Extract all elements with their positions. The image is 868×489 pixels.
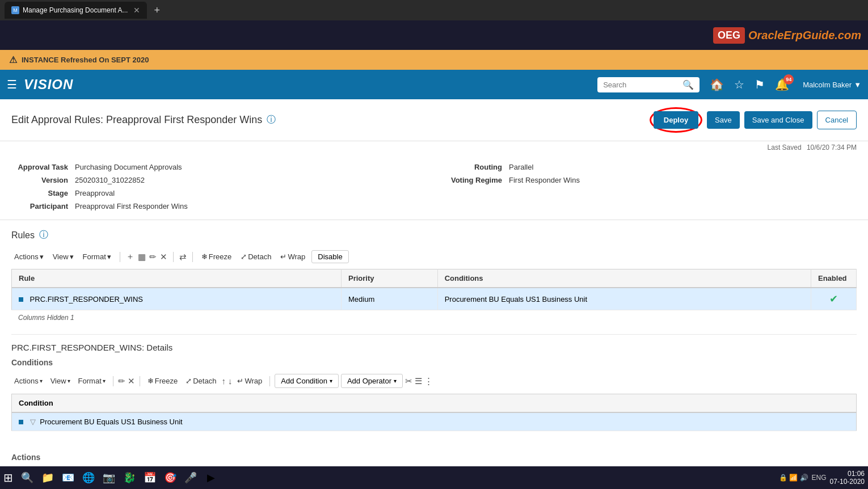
home-icon[interactable]: 🏠 xyxy=(710,78,724,91)
cond-view-btn[interactable]: View ▾ xyxy=(48,375,73,387)
conditions-table: Condition ▽ Procurement BU Equals US1 Bu… xyxy=(11,394,857,431)
cond-format-btn[interactable]: Format ▾ xyxy=(75,375,108,387)
grid-icon[interactable]: ▦ xyxy=(138,252,146,262)
cond-actions-label: Actions xyxy=(14,377,39,385)
cond-wrap-label: Wrap xyxy=(245,377,262,385)
condition-row[interactable]: ▽ Procurement BU Equals US1 Business Uni… xyxy=(12,412,857,431)
cond-scissors-icon[interactable]: ✂ xyxy=(405,376,412,386)
cond-edit-icon[interactable]: ✏ xyxy=(118,376,125,386)
lang-indicator: ENG xyxy=(812,474,827,482)
freeze-icon: ❄ xyxy=(201,252,208,261)
conditions-cell: Procurement BU Equals US1 Business Unit xyxy=(437,288,811,310)
routing-label: Routing xyxy=(445,163,502,171)
edit-icon[interactable]: ✏ xyxy=(149,252,157,262)
taskbar-app3-icon[interactable]: 🐉 xyxy=(121,469,138,486)
taskbar-app6-icon[interactable]: 🎤 xyxy=(182,469,199,486)
cond-wrap-btn[interactable]: ↵ Wrap xyxy=(234,375,265,387)
voting-regime-label: Voting Regime xyxy=(445,176,502,184)
browser-tab-active[interactable]: M Manage Purchasing Document A... ✕ xyxy=(5,2,147,19)
notification-btn[interactable]: 🔔 94 xyxy=(775,78,789,91)
rules-table-header: Rule Priority Conditions Enabled xyxy=(12,269,857,288)
voting-regime-row: Voting Regime First Responder Wins xyxy=(445,176,857,184)
taskbar-app2-icon[interactable]: 📷 xyxy=(100,469,117,486)
delete-icon[interactable]: ✕ xyxy=(160,252,167,262)
move-icon[interactable]: ⇄ xyxy=(179,252,187,262)
taskbar-app1-icon[interactable]: 🌐 xyxy=(80,469,97,486)
wrap-btn[interactable]: ↵ Wrap xyxy=(277,251,308,263)
app-header: ☰ VISION 🔍 🏠 ☆ ⚑ 🔔 94 Malcolm Baker ▼ xyxy=(0,70,868,99)
cond-delete-icon[interactable]: ✕ xyxy=(128,376,135,386)
cond-sep-3 xyxy=(269,376,270,386)
favorites-icon[interactable]: ☆ xyxy=(734,78,744,91)
add-condition-label: Add Condition xyxy=(281,377,327,385)
flag-icon[interactable]: ⚑ xyxy=(755,78,765,91)
oeg-banner: OEG OracleErpGuide.com xyxy=(0,20,868,50)
disable-btn[interactable]: Disable xyxy=(311,250,348,263)
search-box: 🔍 xyxy=(597,77,700,92)
rules-actions-btn[interactable]: Actions ▾ xyxy=(11,251,47,263)
page-header: Edit Approval Rules: Preapproval First R… xyxy=(0,99,868,141)
version-row: Version 25020310_31022852 xyxy=(11,176,423,184)
deploy-button[interactable]: Deploy xyxy=(654,111,698,129)
search-icon[interactable]: 🔍 xyxy=(682,79,694,90)
col-rule: Rule xyxy=(12,269,342,288)
enabled-check-icon: ✔ xyxy=(829,293,838,305)
user-info-btn[interactable]: Malcolm Baker ▼ xyxy=(803,81,861,89)
title-help-icon[interactable]: ⓘ xyxy=(267,114,276,126)
cond-sort-asc-icon[interactable]: ↑ xyxy=(221,376,226,386)
approval-task-row: Approval Task Purchasing Document Approv… xyxy=(11,163,423,171)
save-close-button[interactable]: Save and Close xyxy=(744,111,812,129)
rules-view-btn[interactable]: View ▾ xyxy=(50,251,77,263)
add-row-icon[interactable]: ＋ xyxy=(126,251,134,262)
hamburger-menu-btn[interactable]: ☰ xyxy=(7,78,17,91)
taskbar-app7-icon[interactable]: ▶ xyxy=(203,469,220,486)
save-button[interactable]: Save xyxy=(707,111,740,129)
cond-actions-btn[interactable]: Actions ▾ xyxy=(11,375,45,387)
start-btn[interactable]: ⊞ xyxy=(3,471,13,484)
taskbar-app4-icon[interactable]: 📅 xyxy=(141,469,158,486)
approval-task-value: Purchasing Document Approvals xyxy=(75,163,182,171)
taskbar-files-icon[interactable]: 📁 xyxy=(39,469,56,486)
taskbar-mail-icon[interactable]: 📧 xyxy=(60,469,77,486)
rules-toolbar: Actions ▾ View ▾ Format ▾ ＋ ▦ ✏ ✕ ⇄ ❄ Fr… xyxy=(11,248,857,265)
cond-freeze-icon: ❄ xyxy=(148,377,154,385)
detach-btn[interactable]: ⤢ Detach xyxy=(238,251,274,263)
col-priority: Priority xyxy=(342,269,438,288)
taskbar-app5-icon[interactable]: 🎯 xyxy=(162,469,179,486)
cond-detach-btn[interactable]: ⤢ Detach xyxy=(183,375,219,387)
tab-close-btn[interactable]: ✕ xyxy=(133,6,140,15)
cancel-button[interactable]: Cancel xyxy=(817,111,857,129)
add-condition-caret: ▾ xyxy=(330,378,332,384)
cond-freeze-btn[interactable]: ❄ Freeze xyxy=(145,375,180,387)
cond-more-icon[interactable]: ⋮ xyxy=(424,376,433,386)
tab-favicon: M xyxy=(11,6,19,14)
cond-sort-desc-icon[interactable]: ↓ xyxy=(228,376,233,386)
details-section: PRC.FIRST_RESPONDER_WINS: Details Condit… xyxy=(0,334,868,479)
rules-actions-caret: ▾ xyxy=(40,252,44,261)
page-content: Edit Approval Rules: Preapproval First R… xyxy=(0,99,868,489)
oeg-logo: OEG OracleErpGuide.com xyxy=(713,27,861,44)
add-operator-btn[interactable]: Add Operator ▾ xyxy=(341,374,403,388)
warning-icon: ⚠ xyxy=(9,54,17,65)
taskbar-time-area: 01:06 07-10-2020 xyxy=(830,470,865,486)
cond-view-label: View xyxy=(50,377,66,385)
rules-format-btn[interactable]: Format ▾ xyxy=(80,251,114,263)
columns-hidden-text: Columns Hidden 1 xyxy=(11,310,857,325)
add-condition-btn[interactable]: Add Condition ▾ xyxy=(275,374,339,388)
table-row[interactable]: PRC.FIRST_RESPONDER_WINS Medium Procurem… xyxy=(12,288,857,310)
condition-col-header: Condition xyxy=(12,394,857,413)
approval-task-label: Approval Task xyxy=(11,163,68,171)
new-tab-btn[interactable]: + xyxy=(154,5,160,16)
rule-name-cell: PRC.FIRST_RESPONDER_WINS xyxy=(12,288,342,310)
deploy-highlight: Deploy xyxy=(650,107,702,133)
rules-help-icon[interactable]: ⓘ xyxy=(39,229,48,241)
taskbar-search-icon[interactable]: 🔍 xyxy=(19,469,36,486)
cond-format-label: Format xyxy=(78,377,102,385)
search-input[interactable] xyxy=(603,81,679,89)
rules-view-label: View xyxy=(53,252,69,261)
cond-detach-icon: ⤢ xyxy=(186,377,192,385)
cond-list-icon[interactable]: ☰ xyxy=(415,376,422,386)
freeze-btn[interactable]: ❄ Freeze xyxy=(199,251,234,263)
toolbar-sep-2 xyxy=(173,252,174,262)
routing-value: Parallel xyxy=(509,163,533,171)
